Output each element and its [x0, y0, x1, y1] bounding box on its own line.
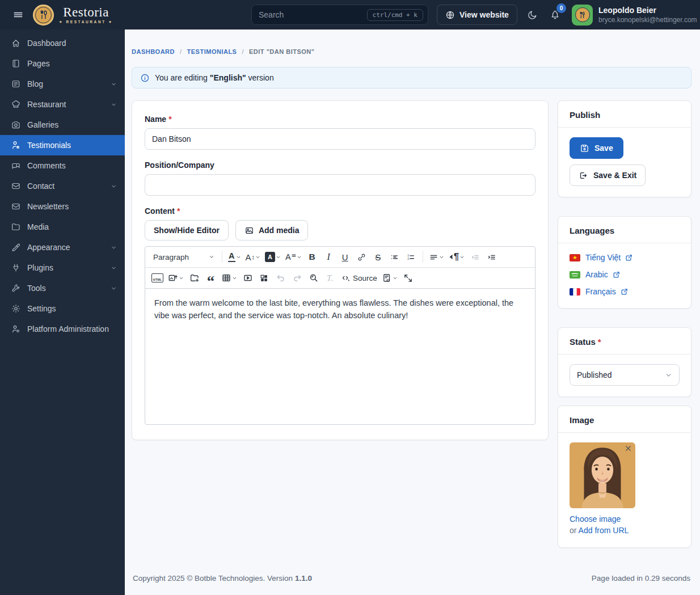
app-logo[interactable]: Restoria ✦ RESTAURANT ✦: [33, 5, 113, 26]
bulleted-list-button[interactable]: [387, 249, 402, 265]
image-title: Image: [558, 406, 691, 433]
notifications-button[interactable]: 0: [546, 6, 564, 24]
sidebar: Dashboard Pages Blog Restaurant Gallerie…: [0, 29, 125, 595]
underline-button[interactable]: U: [338, 249, 353, 265]
redo-button[interactable]: [289, 270, 305, 286]
sidebar-item-comments[interactable]: Comments: [0, 155, 125, 176]
sidebar-item-appearance[interactable]: Appearance: [0, 237, 125, 258]
chevron-down-icon: [111, 183, 117, 189]
folder-icon: [10, 222, 21, 232]
save-and-exit-button[interactable]: Save & Exit: [570, 164, 646, 186]
publish-title: Publish: [558, 101, 691, 128]
font-color-button[interactable]: A: [226, 249, 242, 265]
mail-icon: [10, 181, 21, 191]
language-link-arabic[interactable]: Arabic: [585, 270, 621, 279]
numbered-list-icon: 12: [406, 252, 416, 262]
search-input[interactable]: [259, 10, 367, 19]
media-embed-button[interactable]: [240, 270, 255, 286]
italic-button[interactable]: I: [321, 249, 336, 265]
status-select[interactable]: Published: [570, 364, 680, 386]
rich-text-editor: Paragraph A A↕ A A B I U S 12: [145, 246, 535, 425]
global-search[interactable]: ctrl/cmd + k: [251, 5, 428, 25]
html-embed-button[interactable]: HTML: [150, 270, 165, 286]
sidebar-item-restaurant[interactable]: Restaurant: [0, 94, 125, 115]
outdent-button[interactable]: [467, 249, 483, 265]
undo-button[interactable]: [273, 270, 288, 286]
user-menu[interactable]: Leopoldo Beier bryce.konopelski@hettinge…: [572, 5, 697, 26]
insert-table-button[interactable]: [220, 270, 239, 286]
name-field[interactable]: [145, 128, 535, 150]
language-link-vietnamese[interactable]: Tiếng Việt: [585, 253, 633, 262]
view-website-label: View website: [459, 10, 509, 19]
sidebar-item-newsletters[interactable]: Newsletters: [0, 196, 125, 217]
sidebar-item-contact[interactable]: Contact: [0, 176, 125, 196]
numbered-list-button[interactable]: 12: [403, 249, 419, 265]
messages-icon: [10, 161, 21, 171]
show-blocks-button[interactable]: [380, 270, 399, 286]
folder-plus-icon: [189, 273, 200, 283]
chevron-down-icon: [297, 255, 302, 260]
status-card: Status* Published: [558, 327, 691, 397]
vietnam-flag-icon: [570, 254, 580, 261]
status-value: Published: [577, 370, 612, 379]
language-link-french[interactable]: Français: [585, 287, 629, 296]
alert-text-suffix: version: [246, 73, 274, 82]
sidebar-item-plugins[interactable]: Plugins: [0, 258, 125, 278]
moon-icon: [527, 10, 538, 20]
font-background-color-button[interactable]: A: [263, 249, 282, 265]
breadcrumb-testimonials[interactable]: TESTIMONIALS: [187, 48, 237, 55]
layout-grid-button[interactable]: [256, 270, 272, 286]
maximize-button[interactable]: [400, 270, 416, 286]
dark-mode-toggle[interactable]: [523, 6, 541, 24]
source-editing-button[interactable]: Source: [339, 270, 379, 286]
link-button[interactable]: [354, 249, 369, 265]
position-field[interactable]: [145, 174, 535, 196]
sidebar-item-testimonials[interactable]: Testimonials: [0, 135, 125, 155]
editor-toolbar-row2: HTML “ Tₓ Source: [145, 268, 535, 289]
font-family-button[interactable]: A: [284, 249, 303, 265]
user-star-icon: [10, 140, 21, 150]
chevron-down-icon: [439, 255, 444, 260]
font-size-button[interactable]: A↕: [244, 249, 263, 265]
chevron-down-icon: [255, 255, 260, 260]
footer: Copyright 2025 © Botble Technologies. Ve…: [132, 574, 691, 595]
chevron-down-icon: [111, 265, 117, 271]
paragraph-style-dropdown[interactable]: Paragraph: [150, 249, 218, 265]
sidebar-item-tools[interactable]: Tools: [0, 278, 125, 298]
sidebar-item-dashboard[interactable]: Dashboard: [0, 33, 125, 53]
toggle-editor-button[interactable]: Show/Hide Editor: [145, 220, 229, 240]
bold-button[interactable]: B: [305, 249, 320, 265]
sidebar-item-pages[interactable]: Pages: [0, 53, 125, 74]
insert-image-button[interactable]: [166, 270, 185, 286]
add-media-button[interactable]: Add media: [235, 220, 309, 240]
find-replace-button[interactable]: [306, 270, 321, 286]
breadcrumb-dashboard[interactable]: DASHBOARD: [132, 48, 175, 55]
remove-image-button[interactable]: [624, 444, 632, 453]
text-align-button[interactable]: [427, 249, 446, 265]
menu-icon[interactable]: [7, 3, 29, 26]
indent-button[interactable]: [484, 249, 499, 265]
required-asterisk: *: [177, 206, 180, 216]
strikethrough-button[interactable]: S: [370, 249, 386, 265]
sidebar-item-platform-administration[interactable]: Platform Administration: [0, 319, 125, 339]
sidebar-item-media[interactable]: Media: [0, 217, 125, 237]
chevron-down-icon: [393, 276, 398, 281]
sidebar-item-galleries[interactable]: Galleries: [0, 115, 125, 135]
text-direction-button[interactable]: ¶: [447, 249, 466, 265]
add-from-url-link[interactable]: Add from URL: [579, 526, 629, 535]
maximize-icon: [403, 273, 413, 283]
source-icon: [340, 273, 351, 283]
block-quote-button[interactable]: “: [203, 270, 218, 286]
testimonial-image-thumbnail[interactable]: [570, 442, 635, 508]
view-website-button[interactable]: View website: [437, 5, 517, 25]
choose-image-link[interactable]: Choose image: [570, 514, 621, 524]
sidebar-item-settings[interactable]: Settings: [0, 298, 125, 319]
avatar: [572, 5, 593, 26]
sidebar-item-blog[interactable]: Blog: [0, 74, 125, 94]
save-button[interactable]: Save: [570, 137, 623, 159]
media-folder-button[interactable]: [187, 270, 202, 286]
editor-content[interactable]: From the warm welcome to the last bite, …: [145, 289, 535, 424]
breadcrumb-separator: /: [242, 48, 244, 55]
remove-format-button[interactable]: Tₓ: [322, 270, 338, 286]
alert-text: You are editing: [155, 73, 210, 82]
